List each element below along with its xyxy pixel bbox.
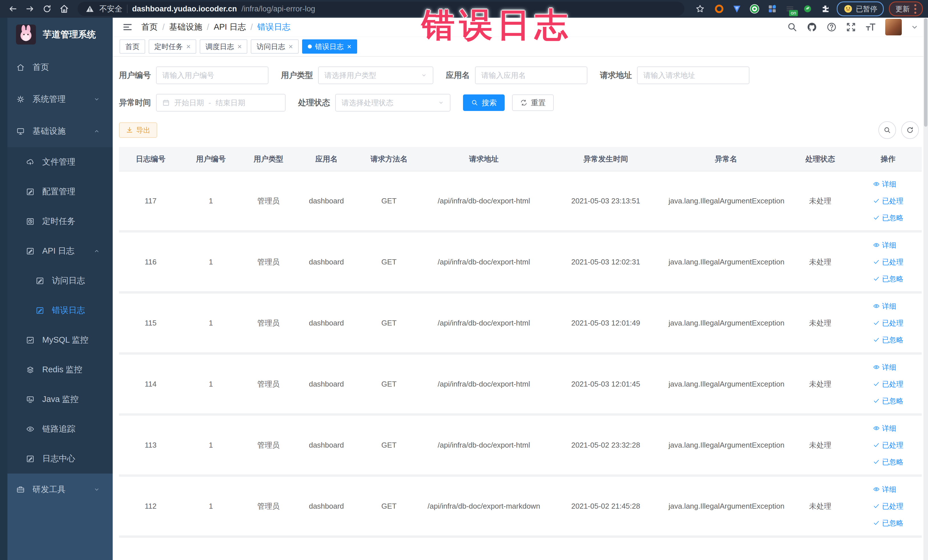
- action-processed[interactable]: 已处理: [873, 196, 904, 206]
- action-ignored[interactable]: 已忽略: [873, 213, 904, 223]
- sidebar-item-infrastructure[interactable]: 基础设施: [0, 115, 113, 147]
- action-processed[interactable]: 已处理: [873, 502, 904, 511]
- sidebar-item-error-log[interactable]: 错误日志: [0, 296, 113, 325]
- hamburger-icon[interactable]: [122, 22, 133, 32]
- browser-extensions-area: on 已暂停 更新: [692, 1, 923, 17]
- tab-access-log[interactable]: 访问日志 ×: [251, 40, 298, 53]
- export-button[interactable]: 导出: [119, 122, 157, 138]
- action-processed[interactable]: 已处理: [873, 318, 904, 328]
- action-detail[interactable]: 详细: [873, 302, 896, 311]
- sidebar-item-log-center[interactable]: 日志中心: [0, 444, 113, 473]
- column-header: 请求方法名: [356, 147, 423, 171]
- extension-lines-on-icon[interactable]: on: [784, 3, 796, 15]
- forward-icon[interactable]: [22, 1, 38, 17]
- tab-schedule-log[interactable]: 调度日志 ×: [200, 40, 247, 53]
- reset-button[interactable]: 重置: [512, 95, 554, 111]
- sidebar-item-file-management[interactable]: 文件管理: [0, 147, 113, 177]
- extension-orange-icon[interactable]: [713, 3, 725, 15]
- action-processed[interactable]: 已处理: [873, 257, 904, 267]
- close-icon[interactable]: ×: [288, 43, 293, 50]
- column-header: 用户类型: [240, 147, 297, 171]
- bookmark-star-icon[interactable]: [692, 1, 708, 17]
- action-ignored[interactable]: 已忽略: [873, 396, 904, 406]
- exception-time-daterange[interactable]: 开始日期 - 结束日期: [156, 94, 285, 111]
- column-header: 用户编号: [182, 147, 240, 171]
- reload-icon[interactable]: [40, 1, 55, 17]
- tab-scheduled-tasks[interactable]: 定时任务 ×: [149, 40, 196, 53]
- sidebar-item-scheduled-tasks[interactable]: 定时任务: [0, 206, 113, 236]
- doc-icon: [35, 306, 44, 315]
- tab-error-log[interactable]: 错误日志 ×: [302, 40, 357, 53]
- table-row: 1131管理员dashboardGET/api/infra/db-doc/exp…: [119, 415, 922, 476]
- sidebar-item-home[interactable]: 首页: [0, 51, 113, 83]
- extension-leaf-icon[interactable]: [801, 3, 814, 15]
- cell-url: /api/infra/db-doc/export-html: [423, 354, 545, 415]
- chevron-down-icon[interactable]: [911, 23, 918, 31]
- search-icon[interactable]: [787, 22, 797, 32]
- kebab-menu-icon[interactable]: [914, 4, 916, 14]
- action-detail[interactable]: 详细: [873, 179, 896, 189]
- action-detail[interactable]: 详细: [873, 363, 896, 372]
- sidebar-item-trace[interactable]: 链路追踪: [0, 414, 113, 444]
- extension-grid-icon[interactable]: [766, 3, 778, 15]
- sidebar-item-api-log[interactable]: API 日志: [0, 236, 113, 266]
- user-type-select[interactable]: 请选择用户类型: [318, 67, 433, 84]
- sidebar-item-config-management[interactable]: 配置管理: [0, 177, 113, 206]
- cell-id: 114: [119, 354, 182, 415]
- action-ignored[interactable]: 已忽略: [873, 335, 904, 345]
- breadcrumb-item[interactable]: 首页: [141, 21, 158, 33]
- request-url-input[interactable]: 请输入请求地址: [637, 67, 749, 84]
- close-icon[interactable]: ×: [347, 43, 351, 50]
- sidebar-item-mysql-monitor[interactable]: MySQL 监控: [0, 325, 113, 355]
- sidebar-item-access-log[interactable]: 访问日志: [0, 266, 113, 296]
- action-detail[interactable]: 详细: [873, 424, 896, 433]
- scrollbar-thumb[interactable]: [924, 18, 927, 127]
- help-icon[interactable]: [826, 22, 837, 32]
- action-ignored[interactable]: 已忽略: [873, 518, 904, 528]
- sidebar-item-redis-monitor[interactable]: Redis 监控: [0, 355, 113, 385]
- back-icon[interactable]: [5, 1, 21, 17]
- user-id-input[interactable]: 请输入用户编号: [156, 67, 269, 84]
- refresh-button[interactable]: [901, 121, 919, 139]
- update-pill[interactable]: 更新: [889, 2, 923, 16]
- check-icon: [873, 503, 880, 510]
- github-icon[interactable]: [806, 22, 817, 32]
- tab-home[interactable]: 首页: [119, 40, 145, 53]
- chevron-up-icon: [93, 128, 100, 135]
- app-title: 芋道管理系统: [43, 29, 96, 41]
- paused-extension-pill[interactable]: 已暂停: [837, 2, 884, 16]
- action-ignored[interactable]: 已忽略: [873, 457, 904, 467]
- action-processed[interactable]: 已处理: [873, 441, 904, 450]
- breadcrumb-item[interactable]: 基础设施: [169, 21, 202, 33]
- cell-app: dashboard: [298, 354, 356, 415]
- eye-icon: [873, 364, 880, 371]
- sidebar-item-system-management[interactable]: 系统管理: [0, 83, 113, 115]
- home-icon[interactable]: [56, 1, 72, 17]
- extensions-puzzle-icon[interactable]: [819, 3, 832, 15]
- breadcrumb-separator: /: [250, 23, 253, 32]
- page-scrollbar[interactable]: [923, 18, 928, 560]
- sidebar-item-dev-tools[interactable]: 研发工具: [0, 473, 113, 505]
- clock-icon: [26, 217, 35, 226]
- font-size-icon[interactable]: [865, 22, 876, 32]
- process-status-select[interactable]: 请选择处理状态: [335, 94, 450, 111]
- search-button[interactable]: 搜索: [463, 95, 505, 111]
- app-name-input[interactable]: 请输入应用名: [475, 67, 588, 84]
- action-processed[interactable]: 已处理: [873, 379, 904, 389]
- close-icon[interactable]: ×: [186, 43, 191, 50]
- cell-exception: java.lang.IllegalArgumentException: [666, 476, 786, 537]
- breadcrumb-item[interactable]: API 日志: [214, 21, 246, 33]
- sidebar-item-java-monitor[interactable]: Java 监控: [0, 385, 113, 414]
- cell-actions: 详细 已处理 已忽略: [855, 354, 922, 415]
- url-bar[interactable]: 不安全 dashboard.yudao.iocoder.cn/infra/log…: [78, 2, 684, 16]
- fullscreen-icon[interactable]: [846, 22, 856, 32]
- avatar[interactable]: [885, 19, 902, 35]
- extension-green-circle-icon[interactable]: [748, 3, 761, 15]
- action-detail[interactable]: 详细: [873, 485, 896, 494]
- toggle-search-button[interactable]: [878, 121, 896, 139]
- close-icon[interactable]: ×: [237, 43, 242, 50]
- action-detail[interactable]: 详细: [873, 241, 896, 250]
- security-label[interactable]: 不安全: [99, 4, 122, 14]
- action-ignored[interactable]: 已忽略: [873, 274, 904, 284]
- extension-blue-shield-icon[interactable]: [731, 3, 743, 15]
